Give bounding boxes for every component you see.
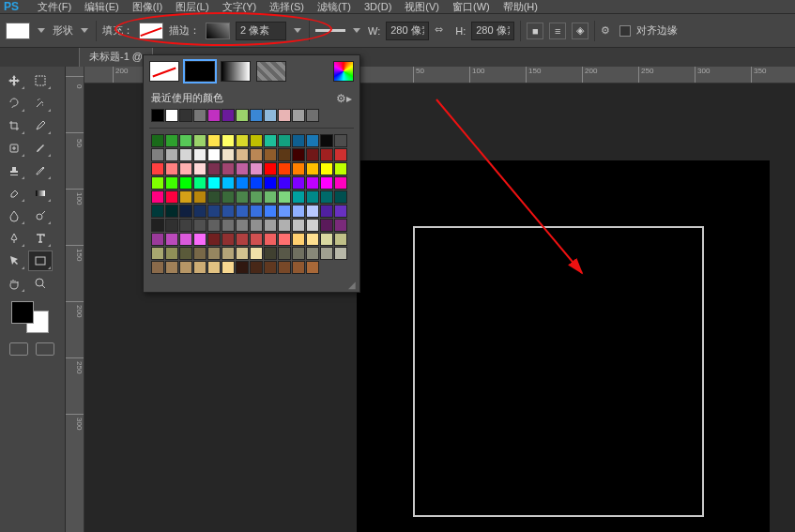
swatch[interactable] <box>334 162 347 175</box>
swatch[interactable] <box>151 176 164 190</box>
eyedropper-tool[interactable] <box>28 115 53 136</box>
swatch[interactable] <box>179 205 192 218</box>
gradient-fill-button[interactable] <box>221 61 251 82</box>
swatch[interactable] <box>292 134 305 147</box>
swatch[interactable] <box>179 261 192 274</box>
swatch[interactable] <box>278 190 291 204</box>
swatch[interactable] <box>151 261 164 274</box>
swatch[interactable] <box>264 219 277 232</box>
swatch[interactable] <box>264 233 277 246</box>
swatch[interactable] <box>165 233 178 246</box>
stroke-width-input[interactable] <box>236 22 286 40</box>
swatch[interactable] <box>207 190 221 204</box>
swatch[interactable] <box>179 190 192 204</box>
swatch[interactable] <box>320 176 333 190</box>
swatch[interactable] <box>179 247 192 260</box>
swatch[interactable] <box>278 134 291 147</box>
swatch[interactable] <box>236 109 249 122</box>
swatch[interactable] <box>151 233 164 246</box>
swatch[interactable] <box>306 134 319 147</box>
menu-view[interactable]: 视图(V) <box>405 0 439 14</box>
swatch[interactable] <box>292 247 305 260</box>
swatch[interactable] <box>306 261 319 274</box>
pattern-fill-button[interactable] <box>256 61 286 82</box>
swatch[interactable] <box>222 109 235 122</box>
swatch[interactable] <box>264 261 277 274</box>
swatch[interactable] <box>179 219 192 232</box>
swatch[interactable] <box>165 109 178 122</box>
swatch[interactable] <box>292 109 305 122</box>
swatch[interactable] <box>278 162 291 175</box>
swatch[interactable] <box>193 247 206 260</box>
lasso-tool[interactable] <box>2 93 26 114</box>
swatch[interactable] <box>193 176 206 190</box>
swatch[interactable] <box>179 109 192 122</box>
swatch[interactable] <box>236 247 249 260</box>
menu-help[interactable]: 帮助(H) <box>503 0 538 14</box>
swatch[interactable] <box>334 233 347 246</box>
swatch[interactable] <box>151 247 164 260</box>
swatch[interactable] <box>151 162 164 175</box>
foreground-color[interactable] <box>11 301 34 324</box>
swatch[interactable] <box>151 148 164 161</box>
swatch[interactable] <box>179 162 192 175</box>
swatch[interactable] <box>250 190 263 204</box>
gear-icon[interactable]: ⚙ <box>601 24 614 38</box>
swatch[interactable] <box>334 190 347 204</box>
swatch[interactable] <box>292 162 305 175</box>
swatch[interactable] <box>250 148 263 161</box>
swatch[interactable] <box>250 205 263 218</box>
tool-preset-dropdown[interactable] <box>36 25 47 37</box>
swatch[interactable] <box>222 261 235 274</box>
swatch[interactable] <box>207 205 221 218</box>
crop-tool[interactable] <box>2 115 26 136</box>
swatch[interactable] <box>207 134 221 147</box>
swatch[interactable] <box>264 190 277 204</box>
align-button[interactable]: ≡ <box>549 23 566 39</box>
link-wh-icon[interactable]: ⇔ <box>435 23 450 38</box>
stroke-style-dropdown[interactable] <box>351 25 362 37</box>
swatch[interactable] <box>264 148 277 161</box>
swatch[interactable] <box>250 219 263 232</box>
swatch[interactable] <box>236 233 249 246</box>
menu-edit[interactable]: 编辑(E) <box>84 0 119 14</box>
tool-icon-swatch[interactable] <box>6 23 30 39</box>
swatch[interactable] <box>193 233 206 246</box>
swatch[interactable] <box>278 219 291 232</box>
swatch[interactable] <box>165 247 178 260</box>
swatch[interactable] <box>207 247 221 260</box>
history-brush-tool[interactable] <box>28 160 53 181</box>
swatch[interactable] <box>222 176 235 190</box>
swatch[interactable] <box>292 205 305 218</box>
swatch[interactable] <box>165 205 178 218</box>
path-op-button[interactable]: ■ <box>527 23 543 39</box>
swatch[interactable] <box>250 247 263 260</box>
swatch[interactable] <box>179 233 192 246</box>
swatch[interactable] <box>193 162 206 175</box>
swatch[interactable] <box>207 162 221 175</box>
align-edges-checkbox[interactable] <box>619 25 631 37</box>
swatch[interactable] <box>250 261 263 274</box>
swatch[interactable] <box>236 190 249 204</box>
swatch[interactable] <box>236 162 249 175</box>
swatch[interactable] <box>222 134 235 147</box>
swatch[interactable] <box>151 109 164 122</box>
swatch[interactable] <box>236 219 249 232</box>
swatch[interactable] <box>278 233 291 246</box>
swatch[interactable] <box>207 148 221 161</box>
swatch[interactable] <box>292 176 305 190</box>
swatch[interactable] <box>165 176 178 190</box>
height-input[interactable] <box>471 22 514 40</box>
solid-fill-button[interactable] <box>185 61 215 82</box>
swatch[interactable] <box>193 261 206 274</box>
swatch[interactable] <box>306 190 319 204</box>
hand-tool[interactable] <box>2 273 26 294</box>
swatch[interactable] <box>193 134 206 147</box>
swatch[interactable] <box>165 219 178 232</box>
swatch[interactable] <box>306 162 319 175</box>
swatch[interactable] <box>264 176 277 190</box>
swatch[interactable] <box>250 162 263 175</box>
swatch[interactable] <box>222 148 235 161</box>
swatch[interactable] <box>264 162 277 175</box>
path-select-tool[interactable] <box>2 251 26 271</box>
